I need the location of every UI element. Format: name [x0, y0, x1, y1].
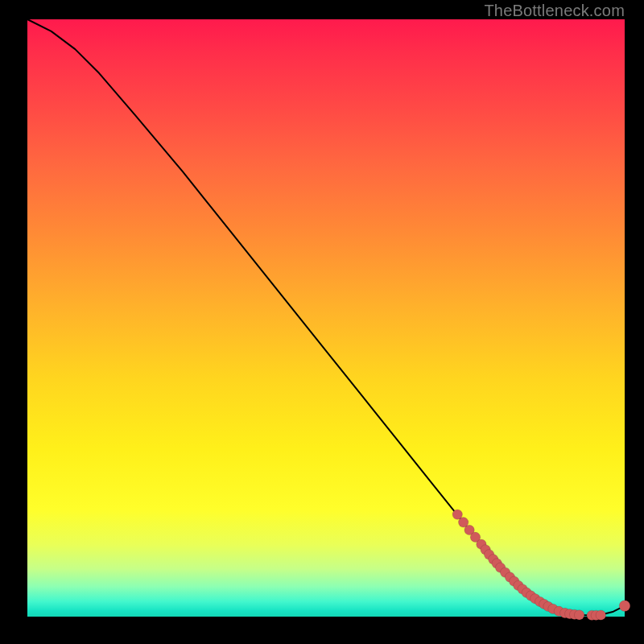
marker-group — [452, 510, 630, 621]
data-point — [619, 601, 630, 612]
data-point — [574, 610, 584, 620]
chart-stage: TheBottleneck.com — [0, 0, 644, 644]
plot-area — [27, 19, 625, 617]
data-point — [596, 610, 605, 620]
attribution-text: TheBottleneck.com — [484, 2, 625, 20]
bottleneck-curve — [27, 19, 625, 616]
chart-svg — [27, 19, 625, 617]
